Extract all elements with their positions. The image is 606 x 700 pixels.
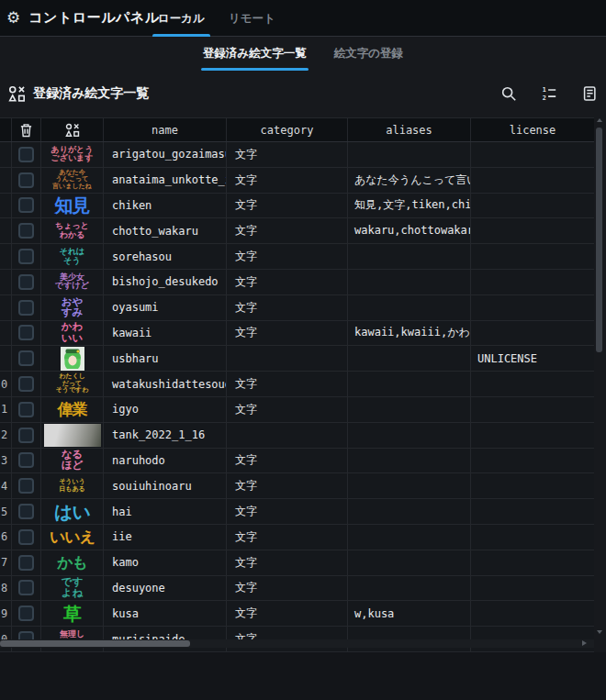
row-checkbox[interactable] <box>18 300 34 316</box>
row-id: 5 <box>0 499 12 524</box>
table-row: 美少女 ですけど bishojo_desukedo 文字 <box>0 270 594 295</box>
emoji-glyph: 美少女 ですけど <box>55 273 89 291</box>
tab-remote[interactable]: リモート <box>221 0 283 37</box>
emoji-name: anataima_unkotte_iima <box>104 168 227 193</box>
table-row: かわ いい kawaii 文字 kawaii,kwaiii,かわいい <box>0 321 594 347</box>
emoji-category: 文字 <box>227 397 348 422</box>
emoji-glyph: 草 <box>63 605 81 623</box>
row-checkbox[interactable] <box>18 350 34 366</box>
log-button[interactable] <box>578 83 600 105</box>
row-checkbox[interactable] <box>18 504 34 519</box>
emoji-table: name category aliases license ありがとう ございま… <box>0 117 594 652</box>
tab-register-emoji[interactable]: 絵文字の登録 <box>332 38 405 69</box>
emoji-license <box>471 321 594 346</box>
row-checkbox[interactable] <box>18 147 34 162</box>
emoji-aliases: kawaii,kwaiii,かわいい <box>348 321 471 346</box>
emoji-aliases <box>348 397 471 422</box>
emoji-aliases <box>348 525 471 550</box>
horizontal-scrollbar-thumb[interactable] <box>0 640 190 647</box>
row-checkbox[interactable] <box>18 223 34 239</box>
sort-button[interactable]: 1 2 <box>538 83 560 105</box>
row-checkbox[interactable] <box>18 249 34 264</box>
emoji-license <box>471 244 594 269</box>
emoji-preview <box>41 346 104 371</box>
table-row: それは そう sorehasou 文字 <box>0 244 594 270</box>
emoji-preview: ちょっと わかる <box>41 218 104 243</box>
emoji-name: sorehasou <box>104 244 227 269</box>
tab-registered-emoji-list[interactable]: 登録済み絵文字一覧 <box>201 38 309 69</box>
emoji-license <box>471 525 594 550</box>
vertical-scrollbar[interactable] <box>595 118 603 647</box>
row-checkbox-cell <box>12 601 41 626</box>
emoji-aliases <box>348 372 471 396</box>
section-title: 登録済み絵文字一覧 <box>33 85 149 102</box>
table-row: ありがとう ございます arigatou_gozaimasu 文字 <box>0 142 594 168</box>
emoji-name: souiuhinoaru <box>104 473 227 498</box>
emoji-name: iie <box>104 525 227 550</box>
col-delete <box>12 118 41 141</box>
scroll-down-arrow-icon[interactable] <box>597 630 602 634</box>
emoji-aliases <box>348 499 471 524</box>
tab-local[interactable]: ローカル <box>151 0 212 37</box>
row-checkbox[interactable] <box>18 197 34 213</box>
row-checkbox-cell <box>12 499 41 524</box>
emoji-category: 文字 <box>227 244 348 269</box>
emoji-name: hai <box>104 499 227 524</box>
emoji-name: kusa <box>104 601 227 626</box>
row-checkbox[interactable] <box>18 478 34 494</box>
row-id <box>0 346 12 371</box>
emoji-category: 文字 <box>227 194 348 218</box>
emoji-category <box>227 346 348 371</box>
emoji-name: kawaii <box>104 321 227 346</box>
vertical-scrollbar-thumb[interactable] <box>596 128 602 352</box>
row-checkbox-cell <box>12 142 41 167</box>
row-checkbox[interactable] <box>18 325 34 340</box>
row-checkbox[interactable] <box>18 580 34 595</box>
table-row: あなた今 うんこって 言いましたね anataima_unkotte_iima … <box>0 168 594 194</box>
row-checkbox[interactable] <box>18 402 34 417</box>
col-id <box>0 118 12 141</box>
emoji-category <box>227 423 348 448</box>
row-checkbox[interactable] <box>18 428 34 443</box>
emoji-name: desuyone <box>104 576 227 601</box>
row-checkbox[interactable] <box>18 606 34 621</box>
emoji-category: 文字 <box>227 218 348 243</box>
row-checkbox[interactable] <box>18 555 34 571</box>
row-checkbox-cell <box>12 473 41 498</box>
scroll-up-arrow-icon[interactable] <box>597 118 602 122</box>
emoji-preview: おや すみ <box>41 295 104 320</box>
emoji-glyph: 知見 <box>55 196 90 215</box>
emoji-preview: それは そう <box>41 244 104 269</box>
emoji-aliases <box>348 449 471 473</box>
emoji-license <box>471 270 594 294</box>
emoji-aliases <box>348 295 471 320</box>
col-license: license <box>471 118 594 141</box>
emoji-category: 文字 <box>227 525 348 550</box>
row-checkbox[interactable] <box>18 376 34 392</box>
table-row: 5 はい hai 文字 <box>0 499 594 525</box>
row-id: 7 <box>0 550 12 575</box>
row-checkbox-cell <box>12 270 41 294</box>
emoji-glyph: わたくし だって そうですわ <box>56 373 89 394</box>
emoji-category: 文字 <box>227 576 348 601</box>
emoji-preview: わたくし だって そうですわ <box>41 372 104 396</box>
table-row: 9 草 kusa 文字 w,kusa <box>0 601 594 627</box>
emoji-name: tank_2022_1_16 <box>104 423 227 448</box>
col-name: name <box>104 118 227 141</box>
emoji-preview: ありがとう ございます <box>41 142 104 167</box>
emoji-glyph: それは そう <box>60 248 85 265</box>
row-checkbox[interactable] <box>18 452 34 468</box>
row-id: 9 <box>0 601 12 626</box>
emoji-glyph: おや すみ <box>62 297 84 318</box>
search-button[interactable] <box>498 83 520 105</box>
emoji-license <box>471 295 594 320</box>
row-checkbox[interactable] <box>18 172 34 188</box>
emoji-aliases <box>348 473 471 498</box>
scroll-right-arrow-icon[interactable] <box>582 640 587 646</box>
emoji-license: UNLICENSE <box>471 346 594 371</box>
emoji-aliases <box>348 244 471 269</box>
row-checkbox[interactable] <box>18 274 34 290</box>
row-checkbox[interactable] <box>18 529 34 545</box>
horizontal-scrollbar[interactable] <box>0 639 594 648</box>
emoji-glyph: あなた今 うんこって 言いましたね <box>52 170 92 191</box>
